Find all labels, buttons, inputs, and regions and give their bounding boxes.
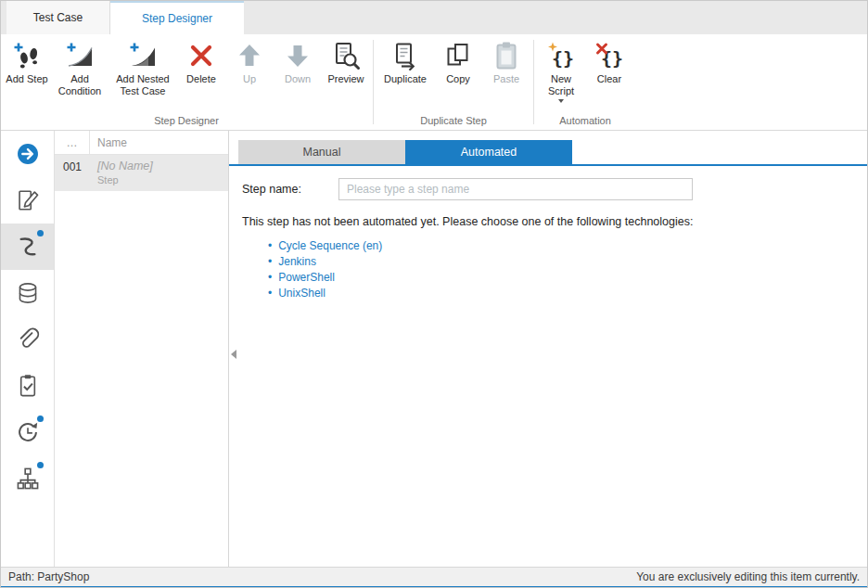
add-nested-test-case-icon bbox=[128, 41, 158, 70]
svg-text:{}: {} bbox=[552, 47, 574, 70]
step-row-number: 001 bbox=[55, 160, 90, 185]
attachments-icon bbox=[16, 327, 40, 352]
sidebar-item-edit[interactable] bbox=[1, 177, 54, 224]
app-window: Test Case Step Designer bbox=[0, 0, 868, 588]
preview-button[interactable]: Preview bbox=[322, 38, 370, 88]
tab-underline bbox=[229, 164, 867, 166]
data-icon bbox=[16, 281, 40, 305]
new-script-label: New Script bbox=[539, 73, 583, 97]
ribbon-group-label-automation: Automation bbox=[537, 114, 633, 130]
add-condition-label: Add Condition bbox=[53, 73, 107, 97]
sidebar-item-checklist[interactable] bbox=[1, 363, 54, 409]
edit-step-icon bbox=[16, 188, 40, 212]
tab-manual[interactable]: Manual bbox=[238, 140, 405, 164]
editor-tab-row: Manual Automated bbox=[238, 140, 867, 164]
ribbon-separator bbox=[373, 40, 374, 124]
copy-icon bbox=[443, 41, 473, 70]
tab-automated-label: Automated bbox=[461, 146, 517, 159]
down-label: Down bbox=[285, 73, 311, 85]
delete-icon bbox=[186, 41, 216, 70]
tab-step-designer[interactable]: Step Designer bbox=[110, 1, 244, 34]
step-row[interactable]: 001 [No Name] Step bbox=[55, 155, 228, 191]
content-area: … Name 001 [No Name] Step Manual Automat… bbox=[1, 131, 867, 567]
left-sidebar bbox=[1, 131, 55, 567]
up-arrow-icon bbox=[235, 41, 264, 70]
ribbon-group-automation-buttons: {} New Script {} Clear bbox=[537, 34, 633, 114]
copy-label: Copy bbox=[446, 73, 470, 85]
top-tab-bar: Test Case Step Designer bbox=[1, 1, 867, 34]
paste-button[interactable]: Paste bbox=[482, 38, 530, 88]
sidebar-item-attachments[interactable] bbox=[1, 316, 54, 363]
bullet-icon: • bbox=[268, 255, 272, 268]
status-editing-notice: You are exclusively editing this item cu… bbox=[636, 570, 860, 583]
down-arrow-icon bbox=[283, 41, 313, 70]
add-step-label: Add Step bbox=[6, 73, 47, 85]
technology-link-cycle-sequence[interactable]: Cycle Sequence (en) bbox=[278, 239, 382, 252]
paste-icon bbox=[491, 41, 521, 70]
sidebar-item-dependencies[interactable] bbox=[1, 455, 54, 502]
tab-test-case[interactable]: Test Case bbox=[6, 1, 110, 34]
sidebar-item-history[interactable] bbox=[1, 409, 54, 455]
step-name-row: Step name: bbox=[242, 178, 867, 200]
checklist-icon bbox=[16, 374, 40, 398]
tab-manual-label: Manual bbox=[303, 146, 341, 159]
clear-label: Clear bbox=[597, 73, 621, 85]
technology-link-unixshell[interactable]: UnixShell bbox=[278, 287, 326, 300]
delete-button[interactable]: Delete bbox=[177, 38, 225, 88]
add-step-button[interactable]: Add Step bbox=[3, 38, 51, 88]
navigate-icon bbox=[16, 142, 40, 166]
bullet-icon: • bbox=[268, 239, 272, 252]
paste-label: Paste bbox=[493, 73, 519, 85]
steps-list-panel: … Name 001 [No Name] Step bbox=[55, 131, 229, 567]
duplicate-button[interactable]: Duplicate bbox=[377, 38, 434, 88]
steps-list-header: … Name bbox=[55, 131, 228, 155]
step-row-type: Step bbox=[97, 174, 228, 185]
new-script-button[interactable]: {} New Script bbox=[537, 38, 585, 106]
automation-message: This step has not been automated yet. Pl… bbox=[242, 215, 867, 228]
notification-badge bbox=[37, 415, 44, 422]
step-editor: Manual Automated Step name: This step ha… bbox=[229, 131, 867, 567]
sidebar-item-step-designer[interactable] bbox=[1, 224, 54, 270]
step-row-main: [No Name] Step bbox=[90, 160, 228, 185]
steps-column-name[interactable]: Name bbox=[90, 136, 127, 149]
collapse-panel-handle[interactable] bbox=[231, 350, 236, 359]
add-nested-test-case-button[interactable]: Add Nested Test Case bbox=[108, 38, 177, 100]
ribbon-group-step-designer: Add Step Add Condition bbox=[3, 34, 370, 130]
clear-button[interactable]: {} Clear bbox=[585, 38, 633, 88]
history-icon bbox=[16, 420, 40, 444]
sidebar-item-data[interactable] bbox=[1, 270, 54, 316]
step-name-input[interactable] bbox=[338, 178, 693, 200]
notification-badge bbox=[37, 230, 44, 236]
down-button[interactable]: Down bbox=[274, 38, 322, 88]
ribbon-group-automation: {} New Script {} Clear bbox=[537, 34, 633, 130]
ribbon-group-label-duplicate-step: Duplicate Step bbox=[377, 114, 530, 130]
delete-label: Delete bbox=[186, 73, 216, 85]
preview-label: Preview bbox=[327, 73, 364, 85]
ribbon-group-label-step-designer: Step Designer bbox=[3, 114, 370, 130]
technology-link-powershell[interactable]: PowerShell bbox=[278, 271, 335, 284]
up-button[interactable]: Up bbox=[225, 38, 274, 88]
ribbon-separator bbox=[533, 40, 534, 124]
technology-link-jenkins[interactable]: Jenkins bbox=[278, 255, 316, 268]
bullet-icon: • bbox=[268, 287, 272, 300]
clear-script-icon: {} bbox=[594, 41, 624, 70]
step-name-label: Step name: bbox=[242, 183, 338, 196]
status-bar: Path: PartyShop You are exclusively edit… bbox=[1, 567, 867, 588]
status-path: Path: PartyShop bbox=[8, 570, 89, 583]
tab-automated[interactable]: Automated bbox=[405, 140, 572, 164]
add-nested-test-case-label: Add Nested Test Case bbox=[110, 73, 175, 97]
notification-badge bbox=[37, 462, 44, 468]
sidebar-item-navigate[interactable] bbox=[1, 131, 54, 177]
ribbon-group-duplicate-step-buttons: Duplicate Copy bbox=[377, 34, 530, 114]
new-script-icon: {} bbox=[546, 41, 576, 70]
add-condition-icon bbox=[65, 41, 95, 70]
new-script-dropdown-caret[interactable] bbox=[558, 99, 564, 103]
copy-button[interactable]: Copy bbox=[434, 38, 482, 88]
add-condition-button[interactable]: Add Condition bbox=[51, 38, 108, 100]
duplicate-icon bbox=[390, 41, 420, 70]
technology-item: • PowerShell bbox=[268, 269, 867, 285]
preview-icon bbox=[331, 41, 361, 70]
steps-column-index[interactable]: … bbox=[55, 131, 90, 154]
up-label: Up bbox=[243, 73, 256, 85]
ribbon: Add Step Add Condition bbox=[1, 34, 867, 131]
